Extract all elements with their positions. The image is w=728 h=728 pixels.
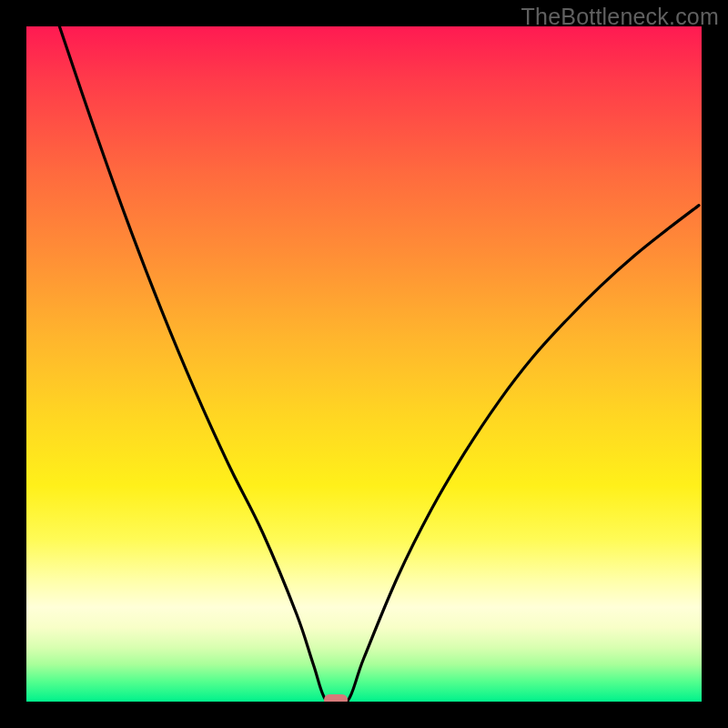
chart-frame: TheBottleneck.com xyxy=(0,0,728,728)
watermark-text: TheBottleneck.com xyxy=(521,4,719,30)
curve-path xyxy=(59,26,699,702)
optimum-marker xyxy=(324,694,348,702)
bottleneck-curve xyxy=(26,26,702,702)
plot-area xyxy=(26,26,702,702)
